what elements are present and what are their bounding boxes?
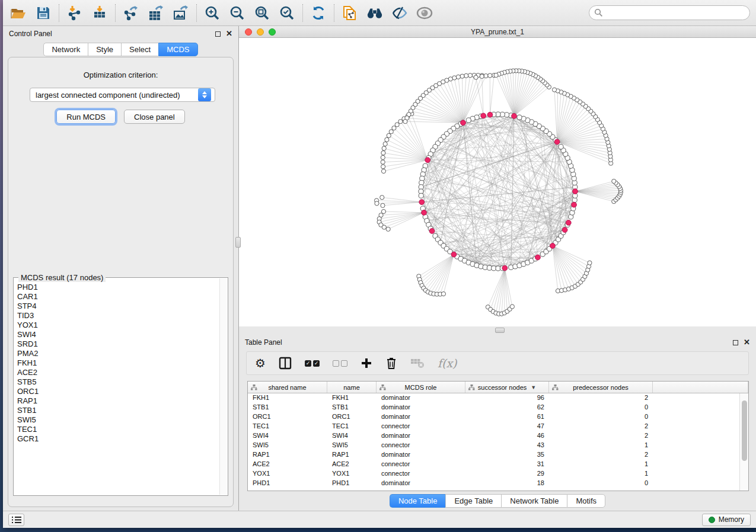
mcds-result-item[interactable]: FKH1 — [16, 358, 219, 368]
memory-label: Memory — [719, 515, 744, 524]
close-panel-icon[interactable]: ✕ — [744, 339, 750, 345]
float-panel-icon[interactable] — [215, 31, 221, 37]
export-image-icon[interactable] — [173, 5, 189, 21]
mcds-result-item[interactable]: STB5 — [16, 377, 219, 387]
clone-network-icon[interactable] — [342, 5, 358, 21]
mcds-result-item[interactable]: STB1 — [16, 406, 219, 415]
mcds-result-item[interactable]: ORC1 — [16, 387, 219, 396]
table-row[interactable]: YOX1YOX1connector291 — [248, 469, 739, 479]
mcds-result-item[interactable]: SRD1 — [16, 339, 219, 349]
column-header-name[interactable]: name — [327, 382, 377, 393]
mcds-result-item[interactable]: GCR1 — [16, 434, 219, 444]
cell-predecessor-nodes: 2 — [549, 422, 653, 431]
zoom-out-icon[interactable] — [229, 5, 245, 21]
cell-predecessor-nodes: 0 — [549, 412, 653, 422]
tab-motifs[interactable]: Motifs — [567, 494, 605, 508]
mcds-result-list[interactable]: PHD1CAR1STP4TID3YOX1SWI4SRD1PMA2FKH1ACE2… — [16, 283, 219, 494]
table-row[interactable]: SWI4SWI4dominator462 — [248, 431, 739, 441]
column-header-successor-nodes[interactable]: successor nodes▼ — [465, 382, 549, 393]
tab-select[interactable]: Select — [121, 43, 158, 56]
tab-network-table[interactable]: Network Table — [501, 494, 567, 508]
export-network-icon[interactable] — [123, 5, 139, 21]
export-table-icon[interactable] — [148, 5, 164, 21]
refresh-icon[interactable] — [310, 5, 327, 21]
control-panel-title: Control Panel — [9, 30, 52, 38]
application-window: Control Panel ✕ NetworkStyleSelectMCDS O… — [3, 0, 756, 528]
mcds-result-item[interactable]: TID3 — [16, 311, 219, 321]
search-input[interactable] — [589, 5, 750, 20]
tab-edge-table[interactable]: Edge Table — [445, 494, 501, 508]
network-canvas[interactable] — [239, 38, 756, 326]
select-all-columns-icon[interactable]: ✓✓ — [305, 355, 320, 371]
zoom-in-icon[interactable] — [204, 5, 221, 21]
table-toolbar: ⚙ ✓✓ f(x) — [246, 351, 749, 375]
cell-shared-name: FKH1 — [248, 393, 327, 403]
close-panel-icon[interactable]: ✕ — [226, 31, 232, 37]
mcds-result-item[interactable]: STP4 — [16, 302, 219, 311]
node-table[interactable]: shared namenameMCDS rolesuccessor nodes▼… — [247, 381, 749, 491]
right-column: YPA_prune.txt_1 Table Panel ✕ ⚙ — [239, 26, 756, 511]
cell-name: TEC1 — [327, 422, 377, 431]
search-field-wrap — [589, 5, 750, 20]
mcds-result-item[interactable]: SWI4 — [16, 330, 219, 339]
cell-successor-nodes: 61 — [465, 412, 549, 422]
vertical-splitter-handle[interactable] — [235, 237, 241, 248]
open-folder-icon[interactable] — [10, 5, 27, 21]
cell-shared-name: SWI4 — [248, 431, 327, 441]
mcds-result-item[interactable]: SWI5 — [16, 415, 219, 425]
table-row[interactable]: TEC1TEC1connector472 — [248, 422, 739, 431]
zoom-fit-icon[interactable] — [254, 5, 270, 21]
birdseye-view-icon[interactable] — [416, 5, 433, 21]
column-header-MCDS-role[interactable]: MCDS role — [377, 382, 465, 393]
memory-button[interactable]: Memory — [702, 514, 751, 526]
table-row[interactable]: ACE2ACE2connector311 — [248, 460, 739, 469]
table-row[interactable]: FKH1FKH1dominator962 — [248, 393, 739, 403]
table-scrollbar-thumb[interactable] — [742, 400, 747, 461]
mcds-result-item[interactable]: TEC1 — [16, 425, 219, 434]
mcds-result-item[interactable]: YOX1 — [16, 321, 219, 330]
horizontal-splitter-handle[interactable] — [495, 328, 505, 333]
mcds-result-item[interactable]: ACE2 — [16, 368, 219, 377]
cell-MCDS-role: dominator — [377, 393, 465, 403]
run-mcds-button[interactable]: Run MCDS — [56, 110, 116, 124]
show-columns-icon[interactable] — [279, 355, 292, 371]
graphics-details-icon[interactable] — [391, 5, 408, 21]
cell-predecessor-nodes: 2 — [549, 431, 653, 441]
tab-network[interactable]: Network — [43, 43, 88, 56]
table-row[interactable]: RAP1RAP1dominator352 — [248, 450, 739, 460]
tab-node-table[interactable]: Node Table — [390, 494, 446, 508]
deselect-all-columns-icon[interactable] — [333, 355, 347, 371]
import-network-icon[interactable] — [66, 5, 83, 21]
mcds-result-item[interactable]: RAP1 — [16, 396, 219, 406]
function-builder-icon: f(x) — [438, 355, 457, 371]
column-header-shared-name[interactable]: shared name — [248, 382, 327, 393]
mcds-result-item[interactable]: PHD1 — [16, 283, 219, 292]
table-row[interactable]: PHD1PHD1dominator180 — [248, 479, 739, 488]
cell-successor-nodes: 18 — [465, 479, 549, 488]
table-row[interactable]: ORC1ORC1dominator610 — [248, 412, 739, 422]
table-row[interactable]: SWI5SWI5connector431 — [248, 441, 739, 450]
delete-column-icon[interactable] — [385, 355, 397, 371]
find-binoculars-icon[interactable] — [366, 5, 383, 21]
close-panel-button[interactable]: Close panel — [124, 110, 185, 124]
zoom-selected-icon[interactable] — [279, 5, 295, 21]
add-column-icon[interactable] — [361, 355, 372, 371]
mcds-result-item[interactable]: CAR1 — [16, 292, 219, 302]
table-settings-gear-icon[interactable]: ⚙ — [255, 355, 266, 371]
import-table-icon[interactable] — [91, 5, 108, 21]
mcds-list-scrollbar[interactable] — [219, 278, 227, 495]
table-scrollbar[interactable] — [739, 393, 748, 491]
task-history-button[interactable] — [8, 514, 24, 526]
save-icon[interactable] — [35, 5, 52, 21]
table-row[interactable]: STB1STB1dominator620 — [248, 403, 739, 412]
tab-mcds[interactable]: MCDS — [158, 43, 197, 56]
cell-shared-name: SWI5 — [248, 441, 327, 450]
tab-style[interactable]: Style — [88, 43, 121, 56]
column-header-predecessor-nodes[interactable]: predecessor nodes — [549, 382, 653, 393]
float-panel-icon[interactable] — [733, 340, 738, 345]
cell-successor-nodes: 96 — [465, 393, 549, 403]
mcds-result-item[interactable]: PMA2 — [16, 349, 219, 358]
mcds-result-title: MCDS result (17 nodes) — [18, 273, 106, 282]
control-panel: Control Panel ✕ NetworkStyleSelectMCDS O… — [3, 26, 239, 511]
criterion-select[interactable]: largest connected component (undirected) — [30, 88, 215, 102]
